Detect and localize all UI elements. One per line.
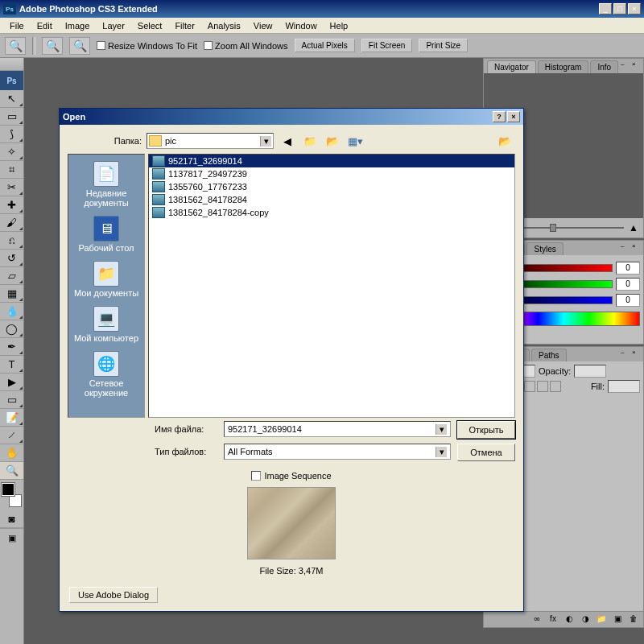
- menu-layer[interactable]: Layer: [96, 19, 131, 32]
- place-mycomp[interactable]: 💻Мой компьютер: [74, 306, 138, 343]
- zoom-tool[interactable]: 🔍: [0, 462, 23, 480]
- menu-help[interactable]: Help: [324, 19, 355, 32]
- panel-minimize-icon[interactable]: –: [621, 349, 630, 357]
- menu-analysis[interactable]: Analysis: [201, 19, 247, 32]
- zoom-in-icon[interactable]: 🔍: [42, 37, 63, 55]
- path-select-tool[interactable]: ▶: [0, 374, 23, 391]
- zoom-out-icon[interactable]: 🔍: [69, 37, 90, 55]
- screenmode-tool[interactable]: ▣: [0, 528, 23, 547]
- blur-tool[interactable]: 💧: [0, 303, 23, 320]
- r-value[interactable]: 0: [616, 262, 640, 275]
- marquee-tool[interactable]: ▭: [0, 108, 23, 126]
- place-recent[interactable]: 📄Недавние документы: [68, 161, 144, 208]
- help-button[interactable]: ?: [493, 111, 506, 122]
- up-folder-icon[interactable]: 📁: [301, 133, 319, 149]
- chevron-down-icon[interactable]: ▾: [436, 447, 447, 457]
- tab-styles[interactable]: Styles: [526, 242, 563, 255]
- menu-select[interactable]: Select: [131, 19, 169, 32]
- tab-navigator[interactable]: Navigator: [487, 60, 536, 73]
- fx-icon[interactable]: fx: [547, 614, 559, 625]
- panel-close-icon[interactable]: ×: [632, 349, 642, 357]
- file-item[interactable]: 1381562_84178284: [149, 193, 514, 206]
- tab-histogram[interactable]: Histogram: [538, 60, 589, 73]
- filename-input[interactable]: 952171_32699014▾: [224, 421, 451, 437]
- filetype-select[interactable]: All Formats▾: [224, 444, 451, 460]
- current-tool-icon[interactable]: 🔍: [5, 37, 26, 55]
- adjustment-icon[interactable]: ◑: [579, 614, 592, 625]
- new-layer-icon[interactable]: ▣: [611, 614, 624, 625]
- zoom-in-small-icon[interactable]: ▲: [629, 222, 638, 233]
- cancel-button[interactable]: Отмена: [457, 444, 515, 461]
- file-item[interactable]: 1381562_84178284-copy: [149, 206, 514, 219]
- place-mydocs[interactable]: 📁Мои документы: [74, 261, 138, 298]
- link-icon[interactable]: ∞: [530, 614, 543, 625]
- shape-tool[interactable]: ▭: [0, 391, 23, 409]
- print-size-button[interactable]: Print Size: [419, 39, 468, 52]
- file-item[interactable]: 1355760_17767233: [149, 180, 514, 193]
- menu-file[interactable]: File: [3, 19, 31, 32]
- fit-screen-button[interactable]: Fit Screen: [361, 39, 413, 52]
- close-button[interactable]: ×: [628, 3, 641, 14]
- new-folder-icon[interactable]: 📂: [324, 133, 341, 149]
- zoom-all-checkbox[interactable]: Zoom All Windows: [204, 41, 287, 51]
- tab-paths[interactable]: Paths: [531, 349, 567, 361]
- resize-windows-checkbox[interactable]: Resize Windows To Fit: [97, 41, 197, 51]
- gradient-tool[interactable]: ▦: [0, 285, 23, 303]
- minimize-button[interactable]: _: [599, 3, 612, 14]
- crop-tool[interactable]: ⌗: [0, 161, 23, 179]
- background-color[interactable]: [9, 494, 22, 507]
- toolbox-grip[interactable]: [0, 58, 23, 71]
- back-icon[interactable]: ◀: [279, 133, 296, 149]
- favorites-icon[interactable]: 📂: [496, 133, 514, 149]
- dialog-close-button[interactable]: ×: [507, 111, 520, 122]
- image-sequence-checkbox[interactable]: Image Sequence: [251, 471, 331, 481]
- dodge-tool[interactable]: ◯: [0, 320, 23, 338]
- lasso-tool[interactable]: ⟆: [0, 126, 23, 143]
- type-tool[interactable]: T: [0, 356, 23, 374]
- eraser-tool[interactable]: ▱: [0, 267, 23, 285]
- chevron-down-icon[interactable]: ▾: [260, 136, 271, 147]
- menu-view[interactable]: View: [247, 19, 279, 32]
- brush-tool[interactable]: 🖌: [0, 214, 23, 232]
- fill-input[interactable]: [608, 380, 640, 393]
- view-menu-icon[interactable]: ▦▾: [346, 133, 364, 149]
- move-tool[interactable]: ↖: [0, 90, 23, 108]
- menu-image[interactable]: Image: [59, 19, 97, 32]
- panel-close-icon[interactable]: ×: [632, 60, 642, 68]
- menu-edit[interactable]: Edit: [31, 19, 59, 32]
- heal-tool[interactable]: ✚: [0, 196, 23, 214]
- panel-minimize-icon[interactable]: –: [621, 242, 630, 250]
- pen-tool[interactable]: ✒: [0, 338, 23, 356]
- history-brush-tool[interactable]: ↺: [0, 250, 23, 267]
- chevron-down-icon[interactable]: ▾: [436, 424, 447, 435]
- slice-tool[interactable]: ✂: [0, 179, 23, 196]
- trash-icon[interactable]: 🗑: [627, 614, 640, 625]
- file-item[interactable]: 1137817_29497239: [149, 167, 514, 180]
- foreground-color[interactable]: [2, 483, 14, 496]
- eyedropper-tool[interactable]: ⟋: [0, 427, 23, 444]
- actual-pixels-button[interactable]: Actual Pixels: [295, 39, 355, 52]
- maximize-button[interactable]: □: [613, 3, 626, 14]
- quickmask-tool[interactable]: ◙: [0, 510, 23, 528]
- open-button[interactable]: Открыть: [457, 421, 515, 439]
- g-value[interactable]: 0: [616, 278, 640, 291]
- place-desktop[interactable]: 🖥Рабочий стол: [78, 216, 134, 253]
- use-adobe-dialog-button[interactable]: Use Adobe Dialog: [69, 587, 158, 603]
- notes-tool[interactable]: 📝: [0, 409, 23, 427]
- file-list[interactable]: 952171_32699014 1137817_29497239 1355760…: [148, 154, 515, 418]
- panel-minimize-icon[interactable]: –: [621, 60, 630, 68]
- folder-icon[interactable]: 📁: [595, 614, 608, 625]
- mask-icon[interactable]: ◐: [563, 614, 576, 625]
- stamp-tool[interactable]: ⎌: [0, 232, 23, 250]
- opacity-input[interactable]: [574, 365, 606, 378]
- wand-tool[interactable]: ✧: [0, 143, 23, 161]
- place-network[interactable]: 🌐Сетевое окружение: [68, 351, 144, 398]
- hand-tool[interactable]: ✋: [0, 444, 23, 462]
- menu-filter[interactable]: Filter: [168, 19, 200, 32]
- file-item[interactable]: 952171_32699014: [149, 155, 514, 167]
- color-swatches[interactable]: [2, 483, 22, 507]
- tab-info[interactable]: Info: [590, 60, 618, 73]
- panel-close-icon[interactable]: ×: [632, 242, 642, 250]
- dialog-title-bar[interactable]: Open ? ×: [60, 109, 523, 125]
- folder-combo[interactable]: pic ▾: [147, 133, 274, 149]
